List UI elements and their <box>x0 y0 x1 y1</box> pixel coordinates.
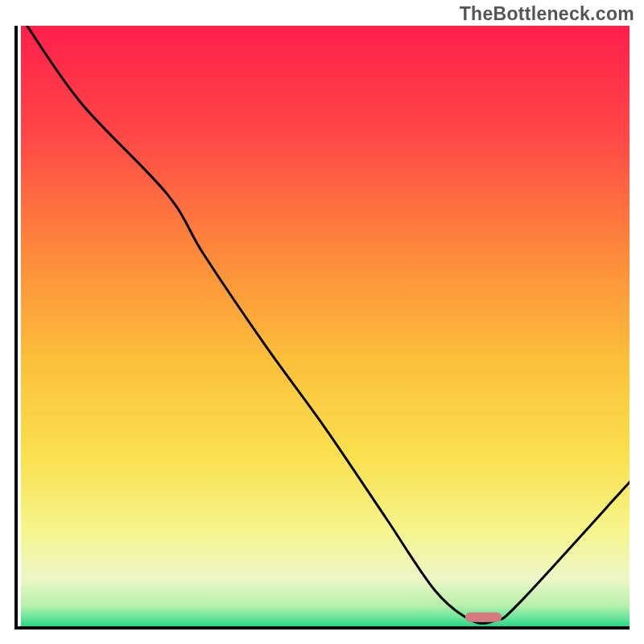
minimum-marker <box>465 613 502 622</box>
gradient-background <box>21 26 630 626</box>
axes-frame <box>14 26 630 630</box>
chart-container: TheBottleneck.com <box>0 0 644 644</box>
watermark-text: TheBottleneck.com <box>460 3 634 25</box>
chart-svg <box>21 26 630 626</box>
plot-area <box>21 26 630 626</box>
